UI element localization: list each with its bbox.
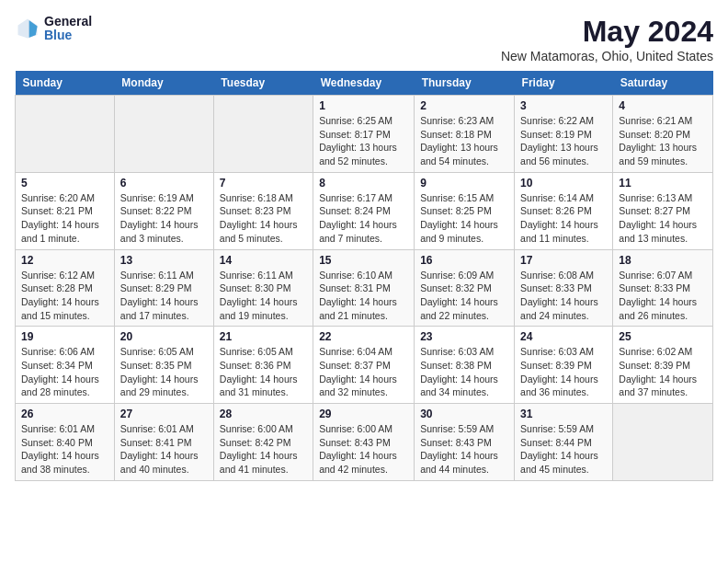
day-info: Sunrise: 6:01 AM Sunset: 8:40 PM Dayligh…: [21, 422, 108, 477]
day-info: Sunrise: 5:59 AM Sunset: 8:43 PM Dayligh…: [420, 422, 508, 477]
main-title: May 2024: [501, 15, 713, 49]
day-number: 5: [21, 177, 108, 190]
header-row: SundayMondayTuesdayWednesdayThursdayFrid…: [16, 71, 713, 96]
calendar-cell: 3Sunrise: 6:22 AM Sunset: 8:19 PM Daylig…: [515, 96, 613, 173]
calendar-header: SundayMondayTuesdayWednesdayThursdayFrid…: [16, 71, 713, 96]
day-number: 14: [220, 254, 307, 267]
calendar-cell: 28Sunrise: 6:00 AM Sunset: 8:42 PM Dayli…: [213, 404, 313, 481]
day-number: 23: [420, 330, 508, 343]
day-info: Sunrise: 6:23 AM Sunset: 8:18 PM Dayligh…: [420, 114, 508, 168]
calendar-cell: 10Sunrise: 6:14 AM Sunset: 8:26 PM Dayli…: [515, 172, 613, 249]
day-info: Sunrise: 6:01 AM Sunset: 8:41 PM Dayligh…: [120, 422, 208, 477]
calendar-cell: 24Sunrise: 6:03 AM Sunset: 8:39 PM Dayli…: [515, 327, 613, 404]
day-number: 27: [120, 408, 208, 420]
calendar-cell: 11Sunrise: 6:13 AM Sunset: 8:27 PM Dayli…: [613, 172, 713, 249]
day-number: 25: [619, 330, 707, 343]
calendar-cell: 5Sunrise: 6:20 AM Sunset: 8:21 PM Daylig…: [16, 172, 115, 249]
day-info: Sunrise: 6:00 AM Sunset: 8:42 PM Dayligh…: [220, 422, 307, 477]
calendar-cell: 12Sunrise: 6:12 AM Sunset: 8:28 PM Dayli…: [16, 249, 115, 327]
calendar-cell: 14Sunrise: 6:11 AM Sunset: 8:30 PM Dayli…: [213, 249, 313, 327]
day-info: Sunrise: 6:13 AM Sunset: 8:27 PM Dayligh…: [619, 191, 707, 246]
week-row-5: 26Sunrise: 6:01 AM Sunset: 8:40 PM Dayli…: [16, 404, 713, 481]
calendar-cell: 29Sunrise: 6:00 AM Sunset: 8:43 PM Dayli…: [313, 404, 415, 481]
calendar-cell: [16, 96, 115, 173]
day-info: Sunrise: 6:08 AM Sunset: 8:33 PM Dayligh…: [520, 269, 607, 323]
calendar-cell: 1Sunrise: 6:25 AM Sunset: 8:17 PM Daylig…: [313, 96, 415, 173]
day-info: Sunrise: 6:12 AM Sunset: 8:28 PM Dayligh…: [21, 269, 108, 323]
calendar-body: 1Sunrise: 6:25 AM Sunset: 8:17 PM Daylig…: [16, 96, 713, 481]
day-info: Sunrise: 6:10 AM Sunset: 8:31 PM Dayligh…: [319, 269, 408, 323]
day-number: 24: [520, 330, 607, 343]
calendar-cell: 6Sunrise: 6:19 AM Sunset: 8:22 PM Daylig…: [114, 172, 213, 249]
calendar-cell: 25Sunrise: 6:02 AM Sunset: 8:39 PM Dayli…: [613, 327, 713, 404]
day-info: Sunrise: 6:11 AM Sunset: 8:30 PM Dayligh…: [220, 269, 307, 323]
day-number: 9: [420, 177, 508, 190]
day-info: Sunrise: 6:07 AM Sunset: 8:33 PM Dayligh…: [619, 269, 707, 323]
day-number: 4: [619, 99, 707, 112]
day-number: 8: [319, 177, 408, 190]
day-number: 28: [220, 408, 307, 420]
calendar-cell: 18Sunrise: 6:07 AM Sunset: 8:33 PM Dayli…: [613, 249, 713, 327]
day-info: Sunrise: 6:05 AM Sunset: 8:36 PM Dayligh…: [220, 345, 307, 399]
logo-text: General Blue: [44, 15, 92, 43]
week-row-1: 1Sunrise: 6:25 AM Sunset: 8:17 PM Daylig…: [16, 96, 713, 173]
calendar-cell: [114, 96, 213, 173]
day-number: 19: [21, 330, 108, 343]
subtitle: New Matamoras, Ohio, United States: [501, 49, 713, 63]
column-header-sunday: Sunday: [16, 71, 115, 96]
day-info: Sunrise: 6:11 AM Sunset: 8:29 PM Dayligh…: [120, 269, 208, 323]
day-info: Sunrise: 6:06 AM Sunset: 8:34 PM Dayligh…: [21, 345, 108, 399]
column-header-monday: Monday: [114, 71, 213, 96]
column-header-wednesday: Wednesday: [313, 71, 415, 96]
day-info: Sunrise: 6:00 AM Sunset: 8:43 PM Dayligh…: [319, 422, 408, 477]
calendar-cell: 23Sunrise: 6:03 AM Sunset: 8:38 PM Dayli…: [415, 327, 515, 404]
calendar-cell: [213, 96, 313, 173]
day-number: 6: [120, 177, 208, 190]
column-header-tuesday: Tuesday: [213, 71, 313, 96]
day-number: 7: [220, 177, 307, 190]
calendar-cell: 20Sunrise: 6:05 AM Sunset: 8:35 PM Dayli…: [114, 327, 213, 404]
calendar-cell: 30Sunrise: 5:59 AM Sunset: 8:43 PM Dayli…: [415, 404, 515, 481]
day-info: Sunrise: 6:09 AM Sunset: 8:32 PM Dayligh…: [420, 269, 508, 323]
day-info: Sunrise: 6:25 AM Sunset: 8:17 PM Dayligh…: [319, 114, 408, 168]
logo-blue-text: Blue: [44, 29, 92, 42]
day-number: 11: [619, 177, 707, 190]
day-number: 21: [220, 330, 307, 343]
day-info: Sunrise: 6:05 AM Sunset: 8:35 PM Dayligh…: [120, 345, 208, 399]
logo-icon: [15, 16, 40, 41]
day-number: 16: [420, 254, 508, 267]
day-number: 26: [21, 408, 108, 420]
calendar-cell: [613, 404, 713, 481]
day-info: Sunrise: 6:21 AM Sunset: 8:20 PM Dayligh…: [619, 114, 707, 168]
calendar-table: SundayMondayTuesdayWednesdayThursdayFrid…: [15, 71, 713, 481]
calendar-cell: 26Sunrise: 6:01 AM Sunset: 8:40 PM Dayli…: [16, 404, 115, 481]
day-info: Sunrise: 5:59 AM Sunset: 8:44 PM Dayligh…: [520, 422, 607, 477]
day-info: Sunrise: 6:14 AM Sunset: 8:26 PM Dayligh…: [520, 191, 607, 246]
day-number: 1: [319, 99, 408, 112]
day-number: 22: [319, 330, 408, 343]
day-info: Sunrise: 6:15 AM Sunset: 8:25 PM Dayligh…: [420, 191, 508, 246]
calendar-cell: 31Sunrise: 5:59 AM Sunset: 8:44 PM Dayli…: [515, 404, 613, 481]
calendar-cell: 15Sunrise: 6:10 AM Sunset: 8:31 PM Dayli…: [313, 249, 415, 327]
calendar-cell: 19Sunrise: 6:06 AM Sunset: 8:34 PM Dayli…: [16, 327, 115, 404]
calendar-cell: 27Sunrise: 6:01 AM Sunset: 8:41 PM Dayli…: [114, 404, 213, 481]
calendar-cell: 2Sunrise: 6:23 AM Sunset: 8:18 PM Daylig…: [415, 96, 515, 173]
calendar-cell: 22Sunrise: 6:04 AM Sunset: 8:37 PM Dayli…: [313, 327, 415, 404]
calendar-cell: 17Sunrise: 6:08 AM Sunset: 8:33 PM Dayli…: [515, 249, 613, 327]
day-info: Sunrise: 6:18 AM Sunset: 8:23 PM Dayligh…: [220, 191, 307, 246]
day-number: 31: [520, 408, 607, 420]
day-number: 15: [319, 254, 408, 267]
column-header-friday: Friday: [515, 71, 613, 96]
day-number: 13: [120, 254, 208, 267]
column-header-thursday: Thursday: [415, 71, 515, 96]
calendar-cell: 8Sunrise: 6:17 AM Sunset: 8:24 PM Daylig…: [313, 172, 415, 249]
day-info: Sunrise: 6:17 AM Sunset: 8:24 PM Dayligh…: [319, 191, 408, 246]
day-info: Sunrise: 6:03 AM Sunset: 8:38 PM Dayligh…: [420, 345, 508, 399]
day-info: Sunrise: 6:20 AM Sunset: 8:21 PM Dayligh…: [21, 191, 108, 246]
day-number: 30: [420, 408, 508, 420]
week-row-4: 19Sunrise: 6:06 AM Sunset: 8:34 PM Dayli…: [16, 327, 713, 404]
day-number: 12: [21, 254, 108, 267]
title-area: May 2024 New Matamoras, Ohio, United Sta…: [501, 15, 713, 63]
day-number: 20: [120, 330, 208, 343]
day-info: Sunrise: 6:02 AM Sunset: 8:39 PM Dayligh…: [619, 345, 707, 399]
